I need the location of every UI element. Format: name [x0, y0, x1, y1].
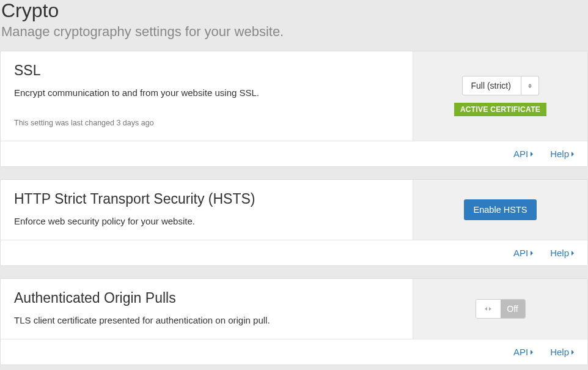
help-link[interactable]: Help	[550, 149, 574, 159]
hsts-card: HTTP Strict Transport Security (HSTS) En…	[0, 179, 588, 266]
ssl-title: SSL	[14, 62, 399, 79]
page-subtitle: Manage cryptography settings for your we…	[0, 24, 588, 40]
help-link[interactable]: Help	[550, 248, 574, 258]
caret-right-icon	[571, 350, 574, 355]
api-link-label: API	[513, 149, 528, 159]
ssl-mode-value: Full (strict)	[463, 76, 521, 95]
hsts-title: HTTP Strict Transport Security (HSTS)	[14, 191, 399, 207]
api-link-label: API	[513, 248, 528, 258]
caret-right-icon	[531, 152, 533, 157]
caret-right-icon	[531, 350, 533, 355]
caret-right-icon	[531, 251, 533, 256]
page-title: Crypto	[0, 0, 588, 21]
active-certificate-badge: ACTIVE CERTIFICATE	[454, 103, 546, 116]
ssl-description: Encrypt communication to and from your w…	[14, 87, 399, 98]
help-link-label: Help	[550, 347, 569, 357]
origin-pulls-card: Authenticated Origin Pulls TLS client ce…	[0, 278, 588, 365]
toggle-handle-icon	[476, 300, 501, 318]
ssl-card: SSL Encrypt communication to and from yo…	[0, 51, 588, 167]
help-link-label: Help	[550, 248, 569, 258]
caret-right-icon	[571, 152, 574, 157]
api-link-label: API	[513, 347, 528, 357]
help-link[interactable]: Help	[550, 347, 574, 357]
hsts-description: Enforce web security policy for your web…	[14, 216, 399, 226]
help-link-label: Help	[550, 149, 569, 159]
select-arrows-icon	[521, 76, 538, 95]
origin-pulls-title: Authenticated Origin Pulls	[14, 290, 399, 306]
ssl-meta: This setting was last changed 3 days ago	[14, 119, 399, 127]
enable-hsts-button[interactable]: Enable HSTS	[464, 199, 537, 220]
origin-pulls-description: TLS client certificate presented for aut…	[14, 315, 399, 325]
api-link[interactable]: API	[513, 149, 533, 159]
api-link[interactable]: API	[513, 248, 533, 258]
api-link[interactable]: API	[513, 347, 533, 357]
ssl-mode-select[interactable]: Full (strict)	[462, 76, 539, 95]
origin-pulls-toggle[interactable]: Off	[476, 299, 526, 319]
toggle-state-label: Off	[501, 300, 525, 318]
caret-right-icon	[571, 251, 574, 256]
